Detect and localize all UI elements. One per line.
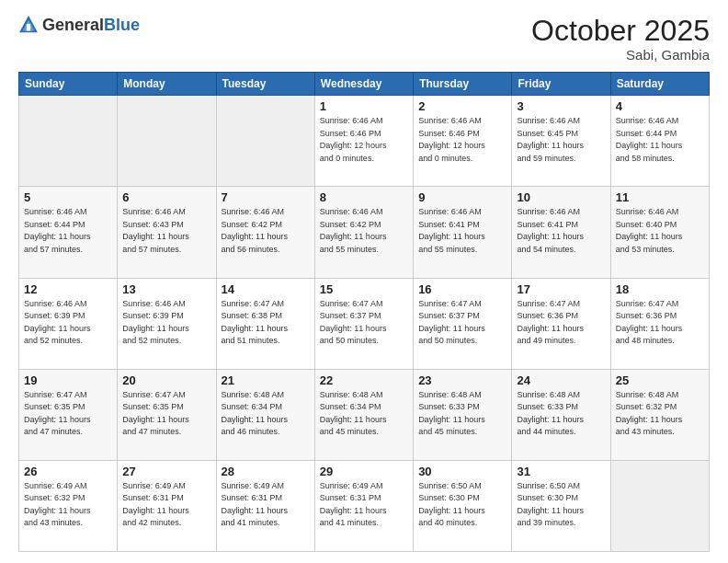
calendar-cell: 17Sunrise: 6:47 AM Sunset: 6:36 PM Dayli… [512, 278, 610, 369]
day-info: Sunrise: 6:49 AM Sunset: 6:31 PM Dayligh… [122, 480, 210, 530]
day-info: Sunrise: 6:47 AM Sunset: 6:36 PM Dayligh… [616, 298, 704, 348]
day-number: 5 [24, 190, 112, 204]
day-number: 20 [122, 373, 210, 387]
col-header-monday: Monday [118, 73, 216, 96]
day-number: 28 [222, 465, 310, 478]
calendar-week-4: 19Sunrise: 6:47 AM Sunset: 6:35 PM Dayli… [19, 369, 710, 460]
day-info: Sunrise: 6:47 AM Sunset: 6:38 PM Dayligh… [222, 298, 310, 348]
calendar-week-2: 5Sunrise: 6:46 AM Sunset: 6:44 PM Daylig… [19, 187, 710, 278]
day-number: 6 [122, 190, 210, 204]
calendar-cell [610, 460, 709, 551]
day-number: 31 [517, 465, 605, 478]
logo-general: GeneralBlue [42, 16, 140, 35]
calendar-cell: 23Sunrise: 6:48 AM Sunset: 6:33 PM Dayli… [414, 369, 512, 460]
day-info: Sunrise: 6:46 AM Sunset: 6:44 PM Dayligh… [24, 206, 112, 256]
location-title: Sabi, Gambia [531, 47, 710, 63]
calendar-cell: 28Sunrise: 6:49 AM Sunset: 6:31 PM Dayli… [216, 460, 314, 551]
col-header-saturday: Saturday [610, 73, 709, 96]
calendar-cell: 14Sunrise: 6:47 AM Sunset: 6:38 PM Dayli… [216, 278, 314, 369]
day-number: 23 [418, 373, 506, 387]
calendar-cell: 31Sunrise: 6:50 AM Sunset: 6:30 PM Dayli… [512, 460, 610, 551]
day-info: Sunrise: 6:49 AM Sunset: 6:31 PM Dayligh… [222, 480, 310, 530]
day-info: Sunrise: 6:49 AM Sunset: 6:31 PM Dayligh… [320, 480, 408, 530]
day-number: 19 [24, 373, 112, 387]
calendar-cell: 19Sunrise: 6:47 AM Sunset: 6:35 PM Dayli… [19, 369, 118, 460]
calendar-cell [216, 96, 314, 187]
day-info: Sunrise: 6:48 AM Sunset: 6:33 PM Dayligh… [517, 389, 605, 439]
title-area: October 2025 Sabi, Gambia [531, 15, 710, 63]
calendar-cell: 12Sunrise: 6:46 AM Sunset: 6:39 PM Dayli… [19, 278, 118, 369]
calendar-cell: 22Sunrise: 6:48 AM Sunset: 6:34 PM Dayli… [314, 369, 413, 460]
day-info: Sunrise: 6:46 AM Sunset: 6:45 PM Dayligh… [517, 115, 605, 165]
day-info: Sunrise: 6:46 AM Sunset: 6:46 PM Dayligh… [320, 115, 408, 165]
day-number: 11 [616, 190, 704, 204]
logo: GeneralBlue [18, 15, 140, 35]
col-header-wednesday: Wednesday [314, 73, 413, 96]
day-number: 9 [418, 190, 506, 204]
day-number: 21 [222, 373, 310, 387]
day-info: Sunrise: 6:46 AM Sunset: 6:40 PM Dayligh… [616, 206, 704, 256]
calendar-cell: 13Sunrise: 6:46 AM Sunset: 6:39 PM Dayli… [118, 278, 216, 369]
calendar-cell [19, 96, 118, 187]
day-number: 3 [517, 99, 605, 113]
day-number: 12 [24, 282, 112, 296]
day-info: Sunrise: 6:47 AM Sunset: 6:35 PM Dayligh… [24, 389, 112, 439]
day-number: 22 [320, 373, 408, 387]
page: GeneralBlue October 2025 Sabi, Gambia Su… [0, 0, 728, 563]
logo-icon [18, 15, 39, 35]
svg-rect-2 [27, 24, 30, 31]
calendar-cell: 3Sunrise: 6:46 AM Sunset: 6:45 PM Daylig… [512, 96, 610, 187]
calendar-table: SundayMondayTuesdayWednesdayThursdayFrid… [18, 72, 710, 552]
day-info: Sunrise: 6:46 AM Sunset: 6:39 PM Dayligh… [122, 298, 210, 348]
calendar-cell: 26Sunrise: 6:49 AM Sunset: 6:32 PM Dayli… [19, 460, 118, 551]
day-number: 27 [122, 465, 210, 478]
day-info: Sunrise: 6:46 AM Sunset: 6:41 PM Dayligh… [418, 206, 506, 256]
calendar-week-1: 1Sunrise: 6:46 AM Sunset: 6:46 PM Daylig… [19, 96, 710, 187]
calendar-week-3: 12Sunrise: 6:46 AM Sunset: 6:39 PM Dayli… [19, 278, 710, 369]
day-number: 4 [616, 99, 704, 113]
calendar-cell: 6Sunrise: 6:46 AM Sunset: 6:43 PM Daylig… [118, 187, 216, 278]
day-number: 1 [320, 99, 408, 113]
calendar-cell: 16Sunrise: 6:47 AM Sunset: 6:37 PM Dayli… [414, 278, 512, 369]
day-info: Sunrise: 6:46 AM Sunset: 6:46 PM Dayligh… [418, 115, 506, 165]
day-number: 15 [320, 282, 408, 296]
day-number: 26 [24, 465, 112, 478]
day-number: 7 [222, 190, 310, 204]
calendar-cell: 7Sunrise: 6:46 AM Sunset: 6:42 PM Daylig… [216, 187, 314, 278]
calendar-cell: 10Sunrise: 6:46 AM Sunset: 6:41 PM Dayli… [512, 187, 610, 278]
calendar-week-5: 26Sunrise: 6:49 AM Sunset: 6:32 PM Dayli… [19, 460, 710, 551]
calendar-cell: 30Sunrise: 6:50 AM Sunset: 6:30 PM Dayli… [414, 460, 512, 551]
calendar-cell: 5Sunrise: 6:46 AM Sunset: 6:44 PM Daylig… [19, 187, 118, 278]
col-header-tuesday: Tuesday [216, 73, 314, 96]
day-info: Sunrise: 6:47 AM Sunset: 6:37 PM Dayligh… [320, 298, 408, 348]
day-number: 14 [222, 282, 310, 296]
day-number: 2 [418, 99, 506, 113]
calendar-cell: 20Sunrise: 6:47 AM Sunset: 6:35 PM Dayli… [118, 369, 216, 460]
day-info: Sunrise: 6:46 AM Sunset: 6:44 PM Dayligh… [616, 115, 704, 165]
day-info: Sunrise: 6:47 AM Sunset: 6:36 PM Dayligh… [517, 298, 605, 348]
day-info: Sunrise: 6:47 AM Sunset: 6:35 PM Dayligh… [122, 389, 210, 439]
day-info: Sunrise: 6:50 AM Sunset: 6:30 PM Dayligh… [517, 480, 605, 530]
calendar-cell [118, 96, 216, 187]
day-info: Sunrise: 6:48 AM Sunset: 6:33 PM Dayligh… [418, 389, 506, 439]
calendar-cell: 24Sunrise: 6:48 AM Sunset: 6:33 PM Dayli… [512, 369, 610, 460]
day-info: Sunrise: 6:48 AM Sunset: 6:34 PM Dayligh… [222, 389, 310, 439]
calendar-cell: 11Sunrise: 6:46 AM Sunset: 6:40 PM Dayli… [610, 187, 709, 278]
day-info: Sunrise: 6:46 AM Sunset: 6:42 PM Dayligh… [222, 206, 310, 256]
calendar-cell: 2Sunrise: 6:46 AM Sunset: 6:46 PM Daylig… [414, 96, 512, 187]
calendar-cell: 21Sunrise: 6:48 AM Sunset: 6:34 PM Dayli… [216, 369, 314, 460]
day-number: 30 [418, 465, 506, 478]
header: GeneralBlue October 2025 Sabi, Gambia [18, 15, 710, 63]
col-header-friday: Friday [512, 73, 610, 96]
calendar-cell: 4Sunrise: 6:46 AM Sunset: 6:44 PM Daylig… [610, 96, 709, 187]
day-info: Sunrise: 6:46 AM Sunset: 6:42 PM Dayligh… [320, 206, 408, 256]
day-info: Sunrise: 6:48 AM Sunset: 6:32 PM Dayligh… [616, 389, 704, 439]
col-header-sunday: Sunday [19, 73, 118, 96]
col-header-thursday: Thursday [414, 73, 512, 96]
day-number: 17 [517, 282, 605, 296]
calendar-cell: 15Sunrise: 6:47 AM Sunset: 6:37 PM Dayli… [314, 278, 413, 369]
day-number: 10 [517, 190, 605, 204]
day-info: Sunrise: 6:46 AM Sunset: 6:43 PM Dayligh… [122, 206, 210, 256]
day-number: 8 [320, 190, 408, 204]
month-title: October 2025 [531, 15, 710, 47]
